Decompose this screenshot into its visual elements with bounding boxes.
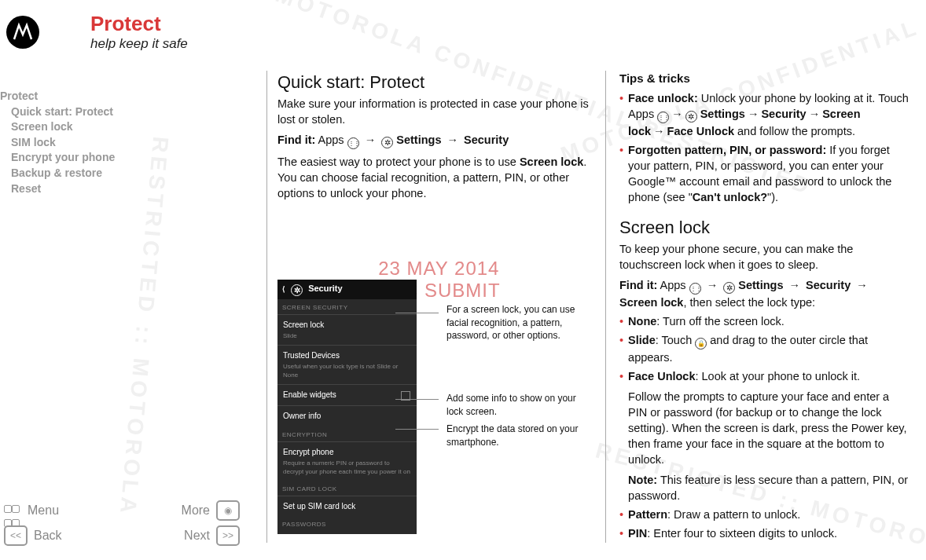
page-subtitle: help keep it safe [90, 36, 188, 52]
menu-grid-icon[interactable] [4, 502, 21, 519]
arrow-icon: → [854, 279, 870, 291]
label: Settings [700, 108, 745, 120]
tips-heading: Tips & tricks [619, 71, 910, 87]
phone-item-sub: Require a numeric PIN or password to dec… [283, 459, 411, 476]
text: : Touch [656, 334, 696, 346]
locktype-row: • Face Unlock: Look at your phone to unl… [619, 368, 910, 503]
phone-item-encrypt: Encrypt phone Require a numeric PIN or p… [277, 441, 417, 481]
bullet-icon: • [619, 142, 628, 205]
tip-bold: Forgotten pattern, PIN, or password: [628, 144, 826, 156]
phone-item-widgets: Enable widgets [277, 384, 417, 405]
text: Follow the prompts to capture your face … [628, 389, 910, 467]
label: Security [761, 108, 806, 120]
bullet-icon: • [619, 507, 628, 522]
arrow-icon: → [362, 134, 379, 146]
locktype-row: •PIN: Enter four to sixteen digits to un… [619, 525, 910, 541]
label: Apps [660, 279, 686, 291]
label: None [628, 315, 656, 328]
label: PIN [628, 527, 647, 540]
phone-section: PASSWORDS [277, 516, 417, 531]
apps-icon [347, 137, 359, 149]
back-button[interactable]: Back [34, 529, 62, 543]
callout-line [395, 429, 439, 430]
table-of-contents: Protect Quick start: Protect Screen lock… [0, 89, 115, 196]
findit-label: Find it: [277, 134, 315, 146]
tip-row: • Face unlock: Unlock your phone by look… [619, 90, 910, 139]
toc-top[interactable]: Protect [0, 89, 115, 104]
text: : Look at your phone to unlock it. [696, 370, 861, 382]
arrow-icon: → [786, 279, 803, 291]
bullet-icon: • [619, 368, 628, 503]
arrow-icon: → [745, 108, 762, 120]
next-button[interactable]: Next [184, 529, 210, 543]
tip-text: "). [767, 191, 778, 203]
label: Face Unlock [667, 125, 734, 137]
body-text: The easiest way to protect your phone is… [277, 154, 592, 201]
back-icon[interactable]: << [4, 525, 28, 546]
page-title: Protect [90, 12, 188, 36]
phone-item-screenlock: Screen lock Slide [277, 314, 417, 345]
body-part1: The easiest way to protect your phone is… [277, 156, 520, 168]
bullet-icon: • [619, 332, 628, 365]
findit-settings: Settings [396, 134, 441, 146]
gear-icon [685, 111, 697, 123]
phone-mockup: ⟨ Security SCREEN SECURITY Screen lock S… [277, 280, 417, 534]
phone-item-sub: Useful when your lock type is not Slide … [283, 362, 411, 379]
locktype-row: •Slide: Touch and drag to the outer circ… [619, 332, 910, 365]
arrow-icon: → [669, 108, 685, 120]
more-button[interactable]: More [182, 503, 210, 518]
bullet-icon: • [619, 525, 628, 541]
label: , then select the lock type: [683, 296, 815, 309]
column-divider [266, 71, 267, 543]
menu-button[interactable]: Menu [28, 503, 59, 518]
tip-text: and follow the prompts. [734, 125, 855, 137]
toc-item[interactable]: Reset [0, 181, 115, 197]
label: Pattern [628, 508, 667, 521]
phone-item-label: Encrypt phone [283, 448, 334, 456]
callout-line [395, 313, 439, 313]
tip-bold: Face unlock: [628, 92, 698, 104]
phone-item-label: Set up SIM card lock [283, 502, 355, 511]
text: This feature is less secure than a patte… [628, 474, 908, 502]
toc-item[interactable]: Backup & restore [0, 166, 115, 181]
toc-item[interactable]: Encrypt your phone [0, 150, 115, 166]
section-heading: Quick start: Protect [277, 71, 592, 94]
toc-item[interactable]: SIM lock [0, 135, 115, 151]
callout-line [395, 399, 439, 400]
next-icon[interactable]: >> [216, 525, 240, 546]
toc-item[interactable]: Quick start: Protect [0, 104, 115, 120]
findit-label: Find it: [619, 279, 657, 291]
arrow-icon: → [807, 108, 823, 120]
more-icon[interactable]: ◉ [216, 500, 240, 521]
callout-text: Encrypt the data stored on your smartpho… [446, 423, 588, 448]
bullet-icon: • [619, 313, 628, 329]
cant-unlock-link[interactable]: Can't unlock? [693, 191, 767, 203]
watermark: RESTRICTED :: MOTOROLA [115, 136, 173, 518]
screenlock-bold: Screen lock [520, 156, 583, 168]
label: Slide [628, 334, 656, 346]
note-label: Note: [628, 474, 657, 486]
phone-item-label: Screen lock [283, 320, 324, 329]
phone-item-label: Enable widgets [283, 390, 336, 399]
findit-apps: Apps [318, 134, 344, 146]
phone-item-sub: Slide [283, 331, 411, 340]
find-it-line: Find it: Apps → Settings → Security [277, 132, 592, 149]
sl-intro: To keep your phone secure, you can make … [619, 241, 910, 273]
phone-item-label: Trusted Devices [283, 351, 340, 360]
section-heading: Screen lock [619, 216, 910, 240]
label: Security [806, 279, 851, 291]
locktype-row: •Pattern: Draw a pattern to unlock. [619, 507, 910, 522]
phone-item-label: Owner info [283, 412, 321, 420]
toc-item[interactable]: Screen lock [0, 119, 115, 135]
label: Face Unlock [628, 370, 695, 382]
apps-icon [689, 283, 701, 295]
phone-item-owner: Owner info [277, 405, 417, 426]
phone-figure: ⟨ Security SCREEN SECURITY Screen lock S… [277, 280, 592, 534]
motorola-logo [6, 16, 39, 49]
arrow-icon: → [704, 279, 721, 291]
gear-icon [381, 137, 393, 148]
text: : Turn off the screen lock. [656, 315, 785, 328]
gear-icon [291, 284, 303, 296]
intro-text: Make sure your information is protected … [277, 96, 592, 127]
column-right: Tips & tricks • Face unlock: Unlock your… [619, 71, 910, 560]
